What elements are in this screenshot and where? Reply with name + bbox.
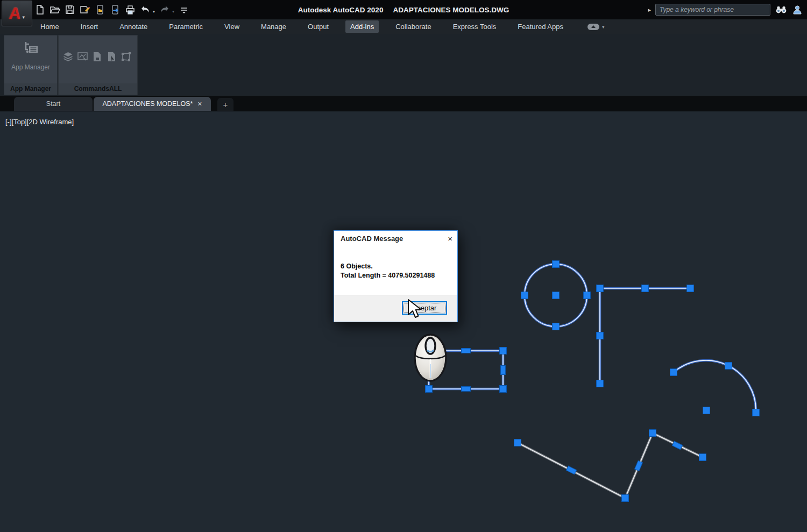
panel-commands-all: CommandsALL: [58, 35, 138, 95]
mouse-cursor-icon: [406, 299, 424, 320]
file-tab-bar: Start ADAPTACIONES MODELOS* × +: [0, 96, 807, 111]
autocad-logo-button[interactable]: A ▾: [2, 1, 32, 26]
grip-point[interactable]: [514, 439, 521, 446]
dialog-message-line2: Total Length = 4079.50291488: [341, 271, 451, 280]
grip-point[interactable]: [687, 285, 694, 292]
ribbon-tab-insert[interactable]: Insert: [76, 20, 103, 33]
layers-icon[interactable]: [62, 51, 74, 63]
dialog-message-line1: 6 Objects.: [341, 262, 451, 271]
device-import-icon[interactable]: [109, 3, 121, 16]
binoculars-search-icon[interactable]: [775, 4, 788, 15]
grip-point[interactable]: [597, 332, 604, 339]
grip-point[interactable]: [500, 347, 507, 354]
panel-app-manager: App Manager App Manager: [4, 35, 58, 95]
ribbon-tab-featured-apps[interactable]: Featured Apps: [513, 20, 568, 33]
dialog-close-icon[interactable]: ×: [448, 235, 452, 243]
new-file-icon[interactable]: [33, 3, 46, 16]
grip-midpoint[interactable]: [566, 466, 576, 474]
device-export-icon[interactable]: [94, 3, 106, 16]
polygon-grips-icon[interactable]: [120, 51, 132, 63]
screen-tools-icon[interactable]: [76, 51, 89, 63]
app-manager-button[interactable]: App Manager: [4, 39, 57, 71]
grip-point[interactable]: [553, 323, 560, 330]
grip-midpoint[interactable]: [462, 387, 471, 392]
grip-point[interactable]: [699, 454, 706, 461]
commands-all-buttons: [62, 51, 132, 63]
ribbon-tab-collaborate[interactable]: Collaborate: [391, 20, 436, 33]
ribbon-display-icon: [587, 24, 599, 30]
ribbon-tab-add-ins[interactable]: Add-ins: [345, 20, 379, 33]
app-title: Autodesk AutoCAD 2020: [298, 6, 384, 14]
open-folder-icon[interactable]: [48, 3, 61, 16]
ribbon-display-toggle[interactable]: ▾: [587, 24, 605, 30]
grip-point[interactable]: [521, 292, 528, 299]
grip-point[interactable]: [642, 285, 649, 292]
ribbon-tab-annotate[interactable]: Annotate: [115, 20, 152, 33]
grip-point[interactable]: [553, 261, 560, 268]
redo-icon[interactable]: [158, 3, 171, 16]
grip-midpoint[interactable]: [462, 349, 471, 353]
file-tab-adaptaciones-modelos[interactable]: ADAPTACIONES MODELOS* ×: [94, 97, 211, 111]
grip-point[interactable]: [753, 409, 760, 416]
cad-grips-l-polyline[interactable]: [597, 285, 694, 387]
print-icon[interactable]: [124, 3, 136, 16]
ribbon-tab-view[interactable]: View: [220, 20, 244, 33]
dialog-message: 6 Objects. Total Length = 4079.50291488: [334, 246, 457, 280]
ribbon-tab-bar: HomeInsertAnnotateParametricViewManageOu…: [0, 19, 807, 34]
customize-toolbar-icon[interactable]: [178, 3, 190, 16]
infocenter-expand-icon[interactable]: ▸: [648, 6, 651, 13]
save-as-icon[interactable]: [79, 3, 91, 16]
grip-point[interactable]: [725, 363, 732, 370]
grip-midpoint[interactable]: [672, 441, 682, 450]
grip-point[interactable]: [670, 369, 677, 376]
grip-point[interactable]: [426, 386, 433, 393]
mouse-overlay-icon: [412, 331, 449, 385]
chevron-down-icon: ▾: [602, 24, 605, 30]
panel-title-commands-all[interactable]: CommandsALL: [59, 83, 137, 95]
ribbon-tab-manage[interactable]: Manage: [256, 20, 291, 33]
grip-point[interactable]: [500, 386, 507, 393]
grip-point[interactable]: [597, 380, 604, 387]
search-input[interactable]: [655, 4, 770, 16]
app-manager-button-label: App Manager: [11, 63, 50, 71]
autocad-logo-icon: A: [8, 5, 22, 22]
file-tab-start-label: Start: [46, 100, 60, 108]
autocad-message-dialog: AutoCAD Message × 6 Objects. Total Lengt…: [334, 230, 458, 322]
chevron-down-icon: ▾: [23, 15, 25, 20]
grip-midpoint[interactable]: [501, 366, 506, 375]
dialog-title: AutoCAD Message: [341, 235, 403, 243]
ribbon-panel-area: App Manager App Manager CommandsALL: [0, 34, 807, 96]
infocenter: ▸: [648, 4, 803, 16]
app-store-cart-icon: [18, 39, 43, 61]
ribbon-tab-express-tools[interactable]: Express Tools: [448, 20, 501, 33]
file-tab-start[interactable]: Start: [14, 97, 93, 111]
quick-access-toolbar: ▾ ▾: [33, 3, 190, 16]
grip-midpoint[interactable]: [635, 460, 643, 471]
cad-grips-arc[interactable]: [670, 363, 760, 416]
close-tab-icon[interactable]: ×: [197, 100, 202, 108]
user-account-icon[interactable]: [792, 4, 803, 15]
new-tab-button[interactable]: +: [217, 98, 233, 111]
undo-dropdown-icon[interactable]: ▾: [153, 9, 155, 14]
file-save-icon[interactable]: [91, 51, 103, 63]
cad-shape-arc[interactable]: [674, 360, 756, 413]
panel-title-app-manager[interactable]: App Manager: [4, 83, 57, 95]
grip-point[interactable]: [584, 292, 591, 299]
grip-point[interactable]: [703, 407, 710, 414]
redo-dropdown-icon[interactable]: ▾: [172, 9, 174, 14]
grip-point[interactable]: [649, 430, 656, 437]
file-tab-active-label: ADAPTACIONES MODELOS*: [102, 100, 193, 108]
plus-icon: +: [223, 100, 228, 109]
dialog-title-bar[interactable]: AutoCAD Message ×: [334, 231, 457, 246]
cad-grips-circle[interactable]: [521, 261, 591, 330]
grip-point[interactable]: [622, 495, 629, 502]
ribbon-tab-output[interactable]: Output: [303, 20, 334, 33]
grip-point[interactable]: [553, 292, 560, 299]
ribbon-tab-home[interactable]: Home: [36, 20, 64, 33]
ribbon-tab-parametric[interactable]: Parametric: [164, 20, 208, 33]
file-pointer-icon[interactable]: [105, 51, 118, 63]
undo-icon[interactable]: [139, 3, 151, 16]
grip-point[interactable]: [597, 285, 604, 292]
document-title: ADAPTACIONES MODELOS.DWG: [393, 6, 509, 14]
save-icon[interactable]: [63, 3, 76, 16]
